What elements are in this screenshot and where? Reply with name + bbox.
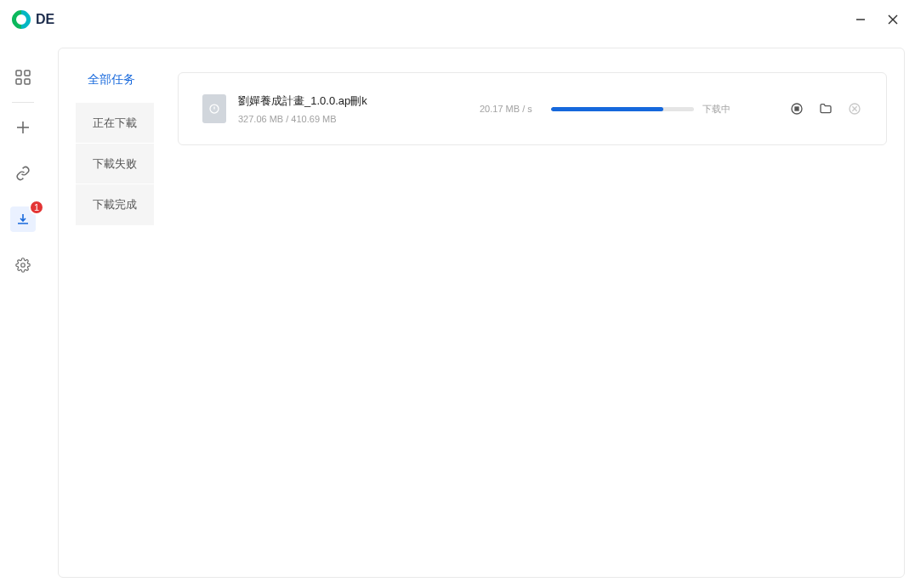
logo-text: DE — [36, 12, 54, 27]
sidebar-link[interactable] — [10, 161, 36, 186]
logo-ring-icon — [8, 6, 34, 32]
cancel-button[interactable] — [847, 101, 862, 116]
svg-rect-5 — [16, 79, 21, 84]
file-size: 327.06 MB / 410.69 MB — [238, 114, 468, 124]
nav-downloading[interactable]: 正在下載 — [76, 103, 154, 144]
nav-failed[interactable]: 下載失败 — [76, 144, 154, 184]
progress-wrap: 下载中 — [551, 103, 730, 116]
titlebar: DE — [0, 0, 915, 39]
sidebar-add[interactable] — [10, 115, 36, 140]
sidebar-settings[interactable] — [10, 252, 36, 278]
task-actions — [789, 101, 862, 116]
app-logo: DE — [12, 10, 54, 29]
progress-fill — [551, 107, 664, 111]
svg-rect-6 — [25, 79, 30, 84]
nav-title[interactable]: 全部任务 — [76, 72, 154, 103]
close-button[interactable] — [886, 13, 900, 26]
status-label: 下载中 — [702, 103, 730, 116]
file-info: 劉嬋養成計畫_1.0.0.ap刪k 327.06 MB / 410.69 MB — [238, 93, 468, 124]
svg-rect-4 — [25, 71, 30, 76]
sidebar: 1 — [0, 39, 46, 588]
progress-bar — [551, 107, 694, 111]
sidebar-apps[interactable] — [10, 65, 36, 90]
file-icon — [202, 94, 226, 123]
svg-rect-12 — [795, 107, 798, 110]
folder-button[interactable] — [818, 101, 833, 116]
download-speed: 20.17 MB / s — [480, 104, 532, 114]
task-list: 劉嬋養成計畫_1.0.0.ap刪k 327.06 MB / 410.69 MB … — [178, 72, 887, 560]
nav-completed[interactable]: 下載完成 — [76, 184, 154, 225]
download-badge: 1 — [29, 200, 44, 215]
window-controls — [854, 13, 900, 26]
svg-rect-3 — [16, 71, 21, 76]
divider — [12, 102, 34, 103]
stop-button[interactable] — [789, 101, 804, 116]
minimize-button[interactable] — [854, 13, 867, 26]
task-nav: 全部任务 正在下載 下載失败 下載完成 — [76, 72, 154, 560]
task-row[interactable]: 劉嬋養成計畫_1.0.0.ap刪k 327.06 MB / 410.69 MB … — [178, 72, 887, 145]
file-name: 劉嬋養成計畫_1.0.0.ap刪k — [238, 93, 468, 109]
main-card: 全部任务 正在下載 下載失败 下載完成 劉嬋養成計畫_1.0.0.ap刪k 32… — [58, 48, 905, 578]
svg-point-9 — [21, 263, 26, 268]
sidebar-downloads[interactable]: 1 — [10, 206, 36, 232]
